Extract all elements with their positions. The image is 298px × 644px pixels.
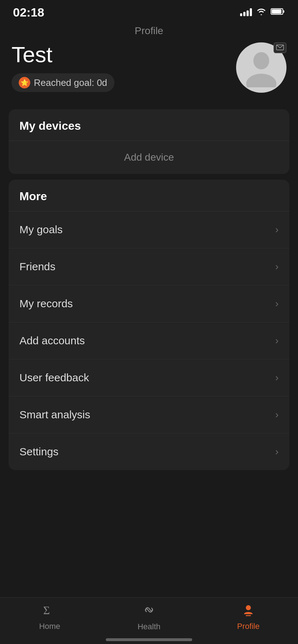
menu-item-label-friends: Friends <box>19 261 55 273</box>
menu-item-user-feedback[interactable]: User feedback › <box>9 359 289 396</box>
main-content: Profile Test ⭐ Reached goal: 0d <box>0 22 298 526</box>
chevron-right-icon: › <box>275 224 279 235</box>
menu-item-smart-analysis[interactable]: Smart analysis › <box>9 396 289 433</box>
profile-header: Profile Test ⭐ Reached goal: 0d <box>0 22 298 104</box>
add-device-button[interactable]: Add device <box>9 141 289 174</box>
tab-health[interactable]: Health <box>99 603 199 631</box>
tab-home-label: Home <box>39 622 60 631</box>
page-title: Profile <box>12 25 286 37</box>
svg-point-4 <box>253 52 269 69</box>
header-top-row: Test ⭐ Reached goal: 0d <box>12 42 286 93</box>
menu-item-my-goals[interactable]: My goals › <box>9 211 289 248</box>
more-section: More My goals › Friends › My records › A… <box>9 180 289 470</box>
tab-profile[interactable]: Profile <box>199 603 298 631</box>
tab-profile-label: Profile <box>237 622 259 631</box>
wifi-icon <box>256 8 266 17</box>
menu-item-label-user-feedback: User feedback <box>19 372 89 384</box>
devices-card: My devices Add device <box>9 109 289 174</box>
status-time: 02:18 <box>13 5 44 19</box>
chevron-right-icon: › <box>275 409 279 420</box>
svg-text:Σ: Σ <box>43 604 50 616</box>
goal-badge: ⭐ Reached goal: 0d <box>12 73 114 92</box>
health-icon <box>142 603 156 620</box>
menu-item-label-smart-analysis: Smart analysis <box>19 409 90 421</box>
user-info: Test ⭐ Reached goal: 0d <box>12 42 114 92</box>
signal-icon <box>240 8 252 16</box>
chevron-right-icon: › <box>275 261 279 272</box>
tab-bar: Σ Home Health Profile <box>0 597 298 644</box>
home-icon: Σ <box>43 603 56 620</box>
menu-item-label-add-accounts: Add accounts <box>19 335 85 347</box>
menu-item-label-my-records: My records <box>19 298 73 310</box>
star-icon: ⭐ <box>19 77 30 88</box>
devices-card-title: My devices <box>9 109 289 141</box>
menu-item-label-settings: Settings <box>19 446 58 458</box>
avatar-container[interactable] <box>236 42 286 93</box>
chevron-right-icon: › <box>275 372 279 383</box>
message-badge-icon[interactable] <box>274 42 286 53</box>
tab-home[interactable]: Σ Home <box>0 603 99 631</box>
profile-icon <box>242 603 255 620</box>
more-section-title: More <box>9 180 289 211</box>
battery-icon <box>271 8 285 17</box>
chevron-right-icon: › <box>275 298 279 309</box>
status-icons <box>240 8 285 17</box>
user-name: Test <box>12 42 114 67</box>
svg-rect-2 <box>272 9 281 14</box>
status-bar: 02:18 <box>0 0 298 22</box>
menu-item-add-accounts[interactable]: Add accounts › <box>9 322 289 359</box>
goal-text: Reached goal: 0d <box>34 77 107 88</box>
menu-item-my-records[interactable]: My records › <box>9 285 289 322</box>
chevron-right-icon: › <box>275 446 279 457</box>
menu-item-settings[interactable]: Settings › <box>9 433 289 470</box>
home-indicator <box>106 638 192 641</box>
svg-point-5 <box>246 74 276 87</box>
svg-rect-1 <box>283 10 284 13</box>
svg-point-7 <box>246 605 251 610</box>
chevron-right-icon: › <box>275 335 279 346</box>
tab-health-label: Health <box>137 622 161 631</box>
menu-item-label-my-goals: My goals <box>19 224 63 236</box>
menu-item-friends[interactable]: Friends › <box>9 248 289 285</box>
